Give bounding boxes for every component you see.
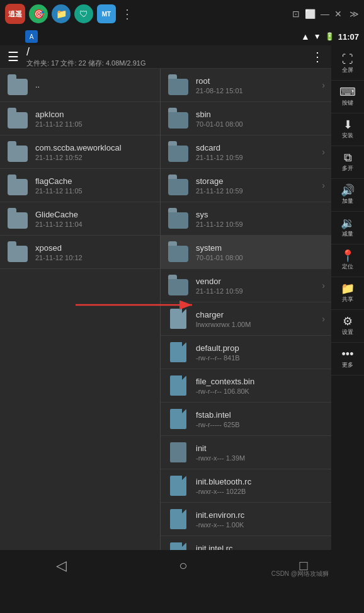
status-bar: A ▲ ▼ 🔋 11:07 bbox=[0, 28, 364, 45]
file-info-xposed: xposed 21-11-12 10:12 bbox=[35, 243, 154, 261]
right-item-filecontexts[interactable]: file_contexts.bin -rw-r--r-- 106.80K bbox=[161, 369, 331, 403]
location-icon: 📍 bbox=[341, 250, 355, 261]
file-name-apkicon: apkIcon bbox=[35, 110, 154, 119]
file-icon-initbluetooth bbox=[167, 474, 190, 497]
bottom-nav: ◁ ○ □ bbox=[0, 550, 364, 581]
maximize-btn[interactable]: ⬜ bbox=[305, 9, 316, 19]
close-btn[interactable]: ✕ bbox=[334, 9, 342, 19]
file-name-storage: storage bbox=[196, 176, 319, 186]
app-icon-1[interactable]: 🎯 bbox=[29, 4, 48, 23]
file-meta-fstab: -rw-r----- 625B bbox=[196, 421, 325, 428]
right-item-fstab[interactable]: fstab.intel -rw-r----- 625B bbox=[161, 403, 331, 436]
right-item-storage[interactable]: storage 21-11-12 10:59 › bbox=[161, 169, 331, 202]
settings-label: 设置 bbox=[342, 328, 353, 336]
left-item-flagcache[interactable]: flagCache 21-11-12 11:05 bbox=[0, 169, 160, 202]
right-item-defaultprop[interactable]: default.prop -rw-r--r-- 841B bbox=[161, 336, 331, 369]
location-btn[interactable]: 📍 定位 bbox=[331, 244, 364, 277]
right-item-sdcard[interactable]: sdcard 21-11-12 10:59 › bbox=[161, 135, 331, 169]
file-name-weworklocal: com.sccba.weworklocal bbox=[35, 143, 154, 152]
arrow-right-vendor: › bbox=[322, 280, 325, 290]
keyboard-btn[interactable]: ⌨ 按键 bbox=[331, 81, 364, 113]
left-item-dotdot[interactable]: .. bbox=[0, 69, 160, 102]
volume-down-btn[interactable]: 🔉 减量 bbox=[331, 212, 364, 244]
file-meta-sdcard: 21-11-12 10:59 bbox=[196, 154, 319, 161]
app-bar-dots[interactable]: ⋮ bbox=[121, 6, 134, 21]
volume-up-btn[interactable]: 🔊 加量 bbox=[331, 179, 364, 212]
right-item-system[interactable]: system 70-01-01 08:00 bbox=[161, 236, 331, 269]
file-name-fstab: fstab.intel bbox=[196, 410, 325, 420]
keyboard-label: 按键 bbox=[342, 99, 353, 107]
top-app-bar: 逍遥 🎯 📁 🛡 MT ⋮ ⊡ ⬜ — ✕ ≫ bbox=[0, 0, 364, 28]
nav-back-btn[interactable]: ◁ bbox=[46, 553, 77, 579]
file-info-dotdot: .. bbox=[35, 80, 154, 91]
right-item-sbin[interactable]: sbin 70-01-01 08:00 bbox=[161, 102, 331, 135]
volume-up-label: 加量 bbox=[342, 197, 353, 205]
right-item-root[interactable]: root 21-08-12 15:01 › bbox=[161, 69, 331, 102]
arrow-right-sdcard: › bbox=[322, 147, 325, 157]
left-item-weworklocal[interactable]: com.sccba.weworklocal 21-11-12 10:52 bbox=[0, 135, 160, 169]
file-name-dotdot: .. bbox=[35, 80, 154, 89]
fullscreen-btn[interactable]: ⛶ 全屏 bbox=[331, 48, 364, 81]
app-icon-3[interactable]: 🛡 bbox=[74, 4, 93, 23]
more-options-btn[interactable]: ⋮ bbox=[311, 49, 324, 64]
settings-btn[interactable]: ⚙ 设置 bbox=[331, 310, 364, 343]
file-meta-defaultprop: -rw-r--r-- 841B bbox=[196, 354, 325, 362]
file-info-apkicon: apkIcon 21-11-12 11:05 bbox=[35, 110, 154, 128]
right-item-charger[interactable]: charger lrwxrwxrwx 1.00M › bbox=[161, 302, 331, 336]
time-display: 11:07 bbox=[338, 32, 359, 42]
left-item-xposed[interactable]: xposed 21-11-12 10:12 bbox=[0, 236, 160, 269]
file-icon-defaultprop bbox=[167, 341, 190, 364]
file-info-init: init -rwxr-x--- 1.39M bbox=[196, 444, 325, 462]
arrow-right-root: › bbox=[322, 80, 325, 90]
settings-icon: ⚙ bbox=[343, 316, 353, 327]
install-label: 安装 bbox=[342, 132, 353, 140]
left-item-apkicon[interactable]: apkIcon 21-11-12 11:05 bbox=[0, 102, 160, 135]
install-btn[interactable]: ⬇ 安装 bbox=[331, 113, 364, 146]
left-item-glidecache[interactable]: GlideCache 21-11-12 11:04 bbox=[0, 202, 160, 236]
battery-icon: 🔋 bbox=[325, 32, 334, 41]
right-item-initintel[interactable]: init.intel.rc -rwxr-x--- 5.36K bbox=[161, 536, 331, 550]
restore-btn[interactable]: — bbox=[321, 9, 329, 19]
current-path: / bbox=[26, 45, 304, 59]
folder-icon-dotdot bbox=[6, 74, 29, 96]
file-info-root: root 21-08-12 15:01 bbox=[196, 76, 319, 95]
sidebar-toggle[interactable]: ≫ bbox=[350, 9, 359, 19]
folder-icon-vendor bbox=[167, 274, 190, 297]
more-btn[interactable]: ••• 更多 bbox=[331, 343, 364, 375]
nav-home-btn[interactable]: ○ bbox=[169, 553, 197, 579]
file-meta-sbin: 70-01-01 08:00 bbox=[196, 120, 325, 128]
file-icon-charger bbox=[167, 307, 190, 330]
file-info-charger: charger lrwxrwxrwx 1.00M bbox=[196, 310, 319, 328]
folder-icon-sdcard bbox=[167, 140, 190, 163]
app-bar: ☰ / 文件夹: 17 文件: 22 储存: 4.08M/2.91G ⋮ bbox=[0, 45, 331, 69]
app-icon-2[interactable]: 📁 bbox=[52, 4, 71, 23]
file-meta-initbluetooth: -rwxr-x--- 1022B bbox=[196, 488, 325, 495]
signal-icon: ▼ bbox=[314, 32, 321, 41]
file-meta-storage: 21-11-12 10:59 bbox=[196, 187, 319, 195]
app-icon-mt[interactable]: MT bbox=[97, 4, 116, 23]
right-item-sys[interactable]: sys 21-11-12 10:59 bbox=[161, 202, 331, 236]
file-info-sbin: sbin 70-01-01 08:00 bbox=[196, 110, 325, 128]
nav-recents-btn[interactable]: □ bbox=[290, 553, 318, 579]
right-item-initbluetooth[interactable]: init.bluetooth.rc -rwxr-x--- 1022B bbox=[161, 469, 331, 503]
file-name-initintel: init.intel.rc bbox=[196, 544, 325, 551]
minimize-btn[interactable]: ⊡ bbox=[292, 9, 300, 19]
left-panel: .. apkIcon 21-11-12 11:05 bbox=[0, 69, 161, 550]
folder-icon-storage bbox=[167, 174, 190, 197]
install-icon: ⬇ bbox=[343, 119, 353, 130]
hamburger-menu[interactable]: ☰ bbox=[8, 49, 19, 64]
storage-info: 文件夹: 17 文件: 22 储存: 4.08M/2.91G bbox=[26, 59, 304, 68]
multiopen-btn[interactable]: ⧉ 多开 bbox=[331, 146, 364, 179]
right-item-vendor[interactable]: vendor 21-11-12 10:59 › bbox=[161, 269, 331, 302]
file-name-sbin: sbin bbox=[196, 110, 325, 119]
folder-icon-root bbox=[167, 74, 190, 96]
folder-icon-weworklocal bbox=[6, 140, 29, 163]
file-icon-init bbox=[167, 441, 190, 464]
app-logo[interactable]: 逍遥 bbox=[5, 4, 25, 24]
file-name-sys: sys bbox=[196, 210, 325, 219]
right-item-initenviron[interactable]: init.environ.rc -rwxr-x--- 1.00K bbox=[161, 503, 331, 536]
right-item-init[interactable]: init -rwxr-x--- 1.39M bbox=[161, 436, 331, 469]
keyboard-icon: ⌨ bbox=[339, 86, 356, 98]
share-btn[interactable]: 📁 共享 bbox=[331, 277, 364, 310]
file-meta-init: -rwxr-x--- 1.39M bbox=[196, 454, 325, 462]
